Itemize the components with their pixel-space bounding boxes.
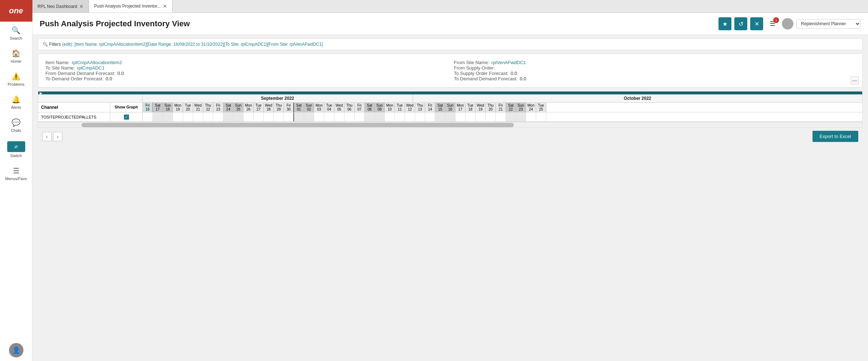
collapse-icon: — (852, 77, 857, 83)
to-demand-order-label: To Demand Order Forecast: (45, 76, 103, 81)
sidebar-item-problems-label: Problems (8, 82, 24, 86)
row-show-graph-checkbox[interactable]: ✓ (110, 112, 143, 121)
tab-rpl-neo-close[interactable]: ✕ (79, 4, 84, 9)
day-sat-22: Sat22 (506, 103, 516, 112)
from-site-name-label: From Site Name: (454, 60, 489, 65)
collapse-button[interactable]: — (851, 76, 859, 84)
sidebar-item-switch[interactable]: ⇄ Switch (0, 137, 32, 162)
to-demand-demand-label: To Demand Demand Forecast: (454, 76, 518, 81)
grid-data-row-tosite: TOSITEPROJECTEDPALLETS ✓ (38, 112, 862, 122)
channel-column-header: Channel (38, 103, 110, 112)
tab-bar: RPL Neo Dashboard ✕ Push Analysis Projec… (32, 0, 868, 13)
day-fri-30: Fri30 (284, 103, 294, 112)
filters-edit-link[interactable]: (edit): (62, 42, 73, 47)
user-avatar[interactable]: 👤 (9, 343, 23, 357)
sidebar-item-alerts[interactable]: 🔔 Alerts (0, 91, 32, 114)
detail-left: Item Name: rplCmpAAllocationItem2 To Sit… (45, 60, 447, 81)
to-site-name-value: rplCmpADC1 (77, 65, 105, 71)
filter-tags: [Item Name: rplCmpAAllocationItem2][Date… (74, 42, 323, 47)
search-icon: 🔍 (12, 26, 21, 35)
bell-icon: 🔔 (12, 95, 21, 104)
day-mon-19: Mon19 (173, 103, 183, 112)
to-demand-order-row: To Demand Order Forecast: 0.0 (45, 76, 447, 81)
grid-container: ▶ September 2022 October 2022 Channel Sh… (38, 91, 863, 128)
main-area: RPL Neo Dashboard ✕ Push Analysis Projec… (32, 0, 868, 361)
day-sun-23: Sun23 (516, 103, 526, 112)
from-demand-forecast-value: 0.0 (117, 71, 124, 76)
to-site-name-row: To Site Name: rplCmpADC1 (45, 65, 447, 71)
nav-arrows: ‹ › (42, 132, 62, 141)
item-name-value: rplCmpAAllocationItem2 (72, 60, 122, 65)
day-sat-01: Sat01 (294, 103, 304, 112)
prev-page-button[interactable]: ‹ (42, 132, 52, 141)
refresh-button[interactable]: ↺ (734, 17, 747, 30)
page-title: Push Analysis Projected Inventory View (40, 19, 190, 28)
day-mon-17: Mon17 (455, 103, 466, 112)
day-wed-28: Wed28 (264, 103, 274, 112)
export-to-excel-button[interactable]: Export to Excel (813, 131, 858, 142)
tab-push-analysis-label: Push Analysis Projected Inventor... (94, 4, 161, 9)
close-icon: ✕ (755, 21, 759, 27)
app-logo: one (0, 0, 32, 22)
day-wed-21: Wed21 (193, 103, 203, 112)
page-header: Push Analysis Projected Inventory View ★… (32, 13, 868, 35)
tab-rpl-neo-label: RPL Neo Dashboard (37, 4, 77, 9)
day-sat-08: Sat08 (365, 103, 375, 112)
row-data-cells (143, 112, 862, 121)
star-icon: ★ (722, 21, 727, 27)
from-supply-order-row: From Supply Order: (454, 65, 855, 71)
scrollbar-thumb[interactable] (81, 123, 514, 127)
content-area: 🔍 Filters (edit): [Item Name: rplCmpAAll… (32, 35, 868, 361)
day-sat-15: Sat15 (435, 103, 445, 112)
to-supply-order-row: To Supply Order Forecast: 0.0 (454, 71, 855, 76)
day-sun-02: Sun02 (304, 103, 314, 112)
user-role-select[interactable]: Replenishment Planner (796, 19, 861, 28)
sidebar-item-search-label: Search (10, 36, 22, 40)
day-sun-09: Sun09 (375, 103, 385, 112)
day-thu-20: Thu20 (486, 103, 496, 112)
filters-label: Filters (49, 42, 61, 47)
next-page-button[interactable]: › (53, 132, 62, 141)
sidebar-item-home[interactable]: 🏠 Home (0, 45, 32, 68)
day-tue-04: Tue04 (324, 103, 334, 112)
close-view-button[interactable]: ✕ (750, 17, 763, 30)
sidebar-item-chats[interactable]: 💬 Chats (0, 114, 32, 137)
day-tue-11: Tue11 (395, 103, 405, 112)
notification-badge: 1 (773, 17, 779, 23)
menu-icon: ☰ (13, 166, 19, 175)
search-icon-filter: 🔍 (43, 42, 48, 47)
day-tue-27: Tue27 (254, 103, 264, 112)
from-site-name-row: From Site Name: rplVenAFwdDC1 (454, 60, 855, 65)
favorite-button[interactable]: ★ (718, 17, 731, 30)
item-name-label: Item Name: (45, 60, 70, 65)
filter-bar: 🔍 Filters (edit): [Item Name: rplCmpAAll… (38, 39, 863, 50)
switch-button[interactable]: ⇄ (7, 141, 25, 152)
from-demand-forecast-row: From Demand Demand Forecast: 0.0 (45, 71, 447, 76)
sidebar-item-menus[interactable]: ☰ Menus/Favs (0, 162, 32, 185)
to-supply-order-value: 0.0 (511, 71, 517, 76)
tab-rpl-neo[interactable]: RPL Neo Dashboard ✕ (32, 0, 89, 13)
warning-icon: ⚠️ (12, 72, 21, 81)
from-supply-order-label: From Supply Order: (454, 65, 495, 71)
to-supply-order-label: To Supply Order Forecast: (454, 71, 509, 76)
from-site-name-value: rplVenAFwdDC1 (491, 60, 526, 65)
to-site-name-label: To Site Name: (45, 65, 75, 71)
show-graph-header: Show Graph (110, 103, 143, 112)
menu-button[interactable]: ☰ 1 (766, 17, 779, 30)
day-mon-03: Mon03 (314, 103, 324, 112)
day-thu-29: Thu29 (274, 103, 284, 112)
header-actions: ★ ↺ ✕ ☰ 1 Replenishment Planner (718, 17, 861, 30)
sidebar-item-search[interactable]: 🔍 Search (0, 22, 32, 45)
to-demand-demand-row: To Demand Demand Forecast: 0.0 (454, 76, 855, 81)
show-graph-checkbox[interactable]: ✓ (124, 115, 129, 120)
user-section: Replenishment Planner (782, 18, 861, 30)
day-thu-22: Thu22 (203, 103, 213, 112)
day-sun-25: Sun25 (233, 103, 244, 112)
tab-push-analysis[interactable]: Push Analysis Projected Inventor... ✕ (89, 0, 173, 13)
tab-push-analysis-close[interactable]: ✕ (163, 4, 167, 9)
sidebar-item-problems[interactable]: ⚠️ Problems (0, 68, 32, 91)
switch-icon: ⇄ (14, 144, 18, 149)
horizontal-scrollbar[interactable] (38, 122, 862, 128)
chat-icon: 💬 (12, 118, 21, 127)
to-demand-demand-value: 0.0 (520, 76, 526, 81)
